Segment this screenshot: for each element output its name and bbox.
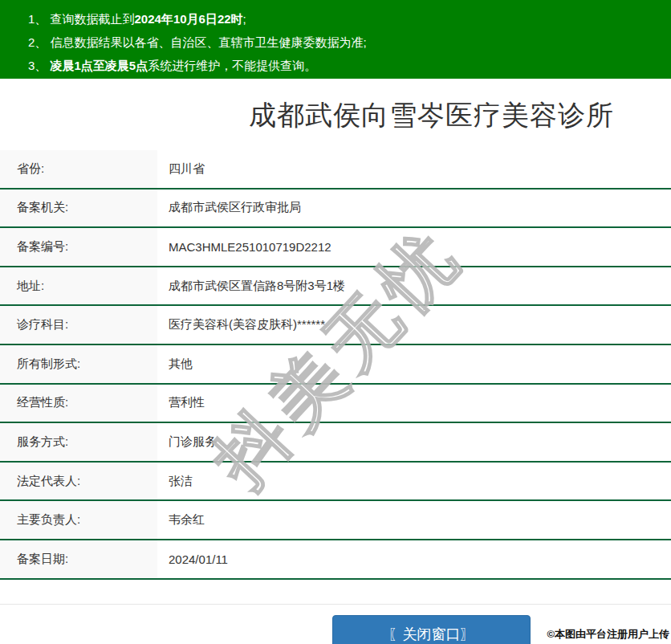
table-row: 备案机关: 成都市武侯区行政审批局 bbox=[0, 190, 671, 229]
title-stage: 成都武侯向雪岑医疗美容诊所 bbox=[0, 101, 671, 128]
row-label: 备案编号: bbox=[0, 228, 157, 266]
record-table: 省份: 四川省 备案机关: 成都市武侯区行政审批局 备案编号: MAC3HMLE… bbox=[0, 150, 671, 580]
notice-line-1-bold: 2024年10月6日22时 bbox=[135, 12, 243, 26]
row-label: 法定代表人: bbox=[0, 463, 157, 500]
table-row: 法定代表人: 张洁 bbox=[0, 463, 671, 502]
notice-line-3-suffix: 系统进行维护，不能提供查询。 bbox=[148, 59, 316, 72]
row-value: MAC3HMLE251010719D2212 bbox=[157, 228, 671, 266]
table-row: 省份: 四川省 bbox=[0, 150, 671, 190]
notice-line-1-text: 1、 查询数据截止到 bbox=[28, 12, 135, 26]
row-value: 成都市武侯区置信路8号附3号1楼 bbox=[157, 267, 671, 305]
row-label: 备案机关: bbox=[0, 190, 157, 227]
row-label: 备案日期: bbox=[0, 540, 157, 578]
table-row: 所有制形式: 其他 bbox=[0, 345, 671, 385]
notice-line-3: 3、 凌晨1点至凌晨5点系统进行维护，不能提供查询。 bbox=[28, 54, 663, 77]
page-title: 成都武侯向雪岑医疗美容诊所 bbox=[0, 101, 671, 128]
table-row: 备案编号: MAC3HMLE251010719D2212 bbox=[0, 228, 671, 267]
notice-line-1-suffix: ; bbox=[243, 12, 246, 26]
notice-line-2: 2、 信息数据结果以各省、自治区、直辖市卫生健康委数据为准; bbox=[28, 31, 663, 54]
row-label: 诊疗科目: bbox=[0, 306, 157, 344]
notice-line-3-bold: 凌晨1点至凌晨5点 bbox=[51, 59, 148, 72]
row-value: 门诊服务 bbox=[157, 423, 671, 461]
row-label: 经营性质: bbox=[0, 385, 157, 422]
table-row: 备案日期: 2024/01/11 bbox=[0, 540, 671, 580]
row-value: 医疗美容科(美容皮肤科)****** bbox=[157, 306, 671, 344]
row-label: 地址: bbox=[0, 267, 157, 305]
row-value: 其他 bbox=[157, 345, 671, 383]
row-label: 主要负责人: bbox=[0, 501, 157, 539]
notice-line-1: 1、 查询数据截止到2024年10月6日22时; bbox=[28, 7, 663, 31]
row-value: 韦余红 bbox=[157, 501, 671, 539]
close-window-button[interactable]: 〖关闭窗口〗 bbox=[332, 615, 531, 644]
row-label: 服务方式: bbox=[0, 423, 157, 461]
notice-line-3-text: 3、 bbox=[28, 59, 51, 72]
notice-banner: 1、 查询数据截止到2024年10月6日22时; 2、 信息数据结果以各省、自治… bbox=[0, 0, 671, 79]
table-row: 诊疗科目: 医疗美容科(美容皮肤科)****** bbox=[0, 306, 671, 345]
row-value: 2024/01/11 bbox=[157, 540, 671, 578]
upload-caption: ©本图由平台注册用户上传 bbox=[547, 627, 669, 642]
row-label: 省份: bbox=[0, 150, 157, 188]
table-row: 地址: 成都市武侯区置信路8号附3号1楼 bbox=[0, 267, 671, 307]
row-label: 所有制形式: bbox=[0, 345, 157, 383]
row-value: 张洁 bbox=[157, 463, 671, 500]
table-row: 经营性质: 营利性 bbox=[0, 385, 671, 424]
table-row: 主要负责人: 韦余红 bbox=[0, 501, 671, 540]
row-value: 营利性 bbox=[157, 385, 671, 422]
row-value: 四川省 bbox=[157, 150, 671, 188]
row-value: 成都市武侯区行政审批局 bbox=[157, 190, 671, 227]
table-row: 服务方式: 门诊服务 bbox=[0, 423, 671, 463]
